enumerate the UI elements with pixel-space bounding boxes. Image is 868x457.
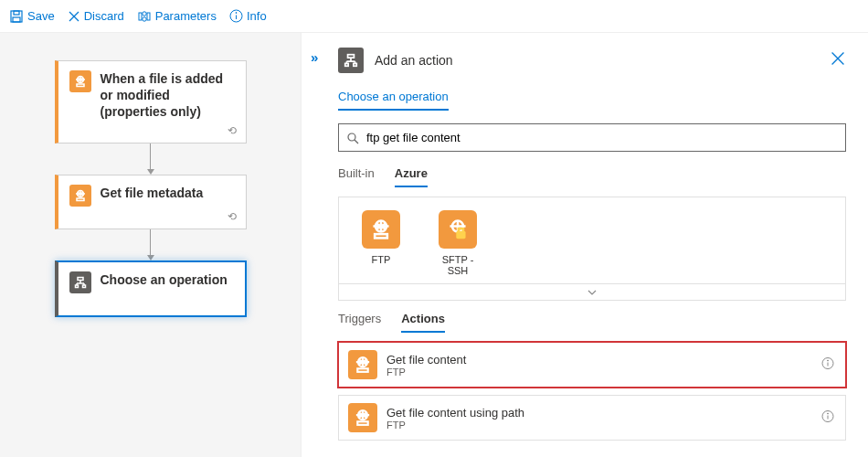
connector-grid: FTP SFTP - SSH [338, 197, 846, 284]
collapse-panel-button[interactable]: » [311, 49, 318, 65]
search-box[interactable] [338, 123, 846, 152]
ftp-icon [348, 350, 377, 379]
svg-rect-1 [14, 11, 19, 15]
action-panel: » Add an action Choose an operation Buil… [302, 33, 868, 457]
action-info-button[interactable] [821, 410, 834, 426]
svg-rect-45 [357, 421, 367, 425]
svg-point-32 [348, 133, 355, 141]
ftp-icon [362, 210, 400, 249]
info-button[interactable]: Info [229, 9, 267, 23]
discard-icon [68, 10, 80, 23]
sftp-icon [439, 210, 477, 249]
command-bar: Save Discard Parameters Info [0, 0, 868, 33]
info-icon [821, 410, 834, 423]
card-title: Choose an operation [101, 271, 228, 288]
svg-rect-35 [375, 234, 387, 238]
svg-rect-28 [345, 63, 348, 66]
card-title: When a file is added or modified (proper… [101, 70, 235, 121]
save-icon [9, 9, 24, 24]
info-label: Info [247, 9, 267, 23]
svg-rect-5 [139, 13, 142, 20]
trigger-card[interactable]: When a file is added or modified (proper… [55, 60, 247, 143]
info-icon [821, 357, 834, 370]
close-icon [830, 50, 846, 67]
parameters-button[interactable]: Parameters [137, 9, 217, 24]
parameters-icon [137, 9, 152, 24]
scope-tabs: Built-in Azure [338, 166, 846, 187]
operation-icon [69, 271, 91, 293]
svg-rect-22 [82, 285, 85, 288]
svg-rect-15 [77, 198, 84, 201]
kind-tabs: Triggers Actions [338, 312, 846, 333]
action-subtitle: FTP [386, 420, 524, 430]
connector-arrow [147, 229, 154, 260]
svg-rect-21 [75, 285, 78, 288]
parameters-label: Parameters [155, 9, 217, 23]
svg-rect-40 [357, 368, 367, 372]
action-title: Get file content using path [386, 406, 524, 420]
close-panel-button[interactable] [830, 50, 846, 71]
action-get-file-content-path[interactable]: Get file content using path FTP [338, 395, 846, 441]
search-input[interactable] [365, 130, 838, 145]
action-subtitle: FTP [386, 367, 466, 377]
card-title: Get file metadata [101, 185, 204, 201]
operation-icon [338, 48, 364, 73]
search-icon [346, 132, 359, 144]
ftp-icon [348, 403, 377, 432]
discard-button[interactable]: Discard [68, 9, 124, 23]
svg-rect-8 [147, 13, 150, 20]
svg-point-43 [828, 360, 829, 361]
panel-title: Add an action [375, 53, 453, 68]
svg-point-48 [828, 413, 829, 414]
link-icon: ⟲ [228, 124, 237, 137]
connector-sftp[interactable]: SFTP - SSH [432, 210, 483, 276]
svg-rect-23 [348, 55, 355, 58]
chevron-down-icon [587, 289, 598, 296]
svg-rect-13 [77, 84, 84, 87]
svg-rect-29 [354, 63, 356, 66]
svg-point-7 [143, 16, 146, 20]
svg-point-11 [236, 13, 237, 14]
tab-built-in[interactable]: Built-in [338, 166, 375, 187]
connector-label: FTP [372, 254, 391, 265]
svg-rect-16 [78, 277, 83, 280]
choose-operation-card[interactable]: Choose an operation [55, 260, 247, 317]
connector-arrow [147, 143, 154, 175]
connector-ftp[interactable]: FTP [355, 210, 407, 276]
save-button[interactable]: Save [9, 9, 55, 24]
connector-label: SFTP - SSH [432, 254, 483, 276]
tab-actions[interactable]: Actions [401, 312, 445, 333]
link-icon: ⟲ [228, 210, 237, 223]
designer-canvas[interactable]: When a file is added or modified (proper… [0, 33, 302, 457]
svg-rect-2 [13, 17, 20, 22]
info-icon [229, 9, 243, 23]
action-info-button[interactable] [821, 357, 834, 373]
ftp-icon [69, 185, 91, 207]
expand-connectors-button[interactable] [338, 284, 846, 301]
svg-point-6 [143, 11, 146, 15]
action-get-file-content[interactable]: Get file content FTP [338, 342, 846, 388]
section-label: Choose an operation [338, 90, 449, 111]
discard-label: Discard [84, 9, 124, 23]
ftp-icon [69, 70, 91, 92]
action-title: Get file content [386, 353, 466, 367]
svg-line-33 [355, 140, 358, 143]
tab-azure[interactable]: Azure [395, 166, 428, 187]
action-card-metadata[interactable]: Get file metadata ⟲ [55, 175, 247, 229]
tab-triggers[interactable]: Triggers [338, 312, 381, 333]
save-label: Save [27, 9, 55, 23]
